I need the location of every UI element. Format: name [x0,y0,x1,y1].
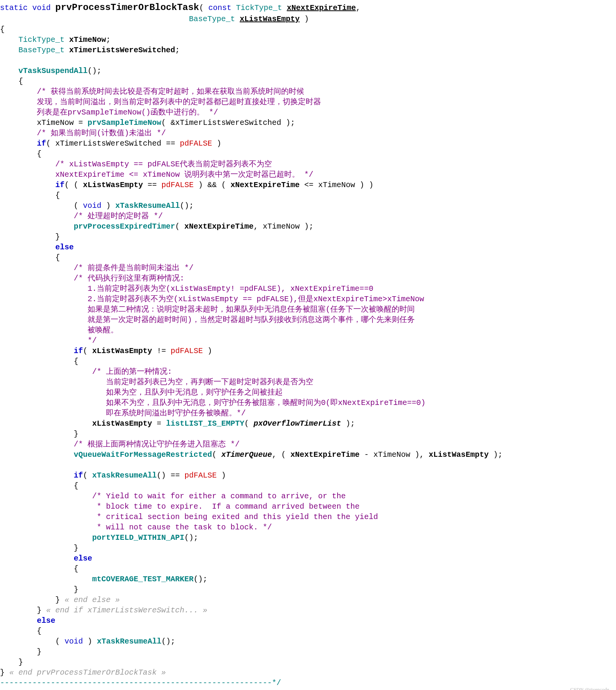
param-xNextExpireTime: xNextExpireTime [287,3,356,12]
kw-else: else [37,616,55,625]
comment: 如果为空，且队列中无消息，则守护任务之间被挂起 [92,388,283,397]
comment: * block time to expire. If a command arr… [92,502,359,511]
comment: * will not cause the task to block. */ [92,523,272,532]
comment: /* 如果当前时间(计数值)未溢出 */ [37,129,166,138]
comment: 如果是第二种情况：说明定时器未超时，如果队列中无消息任务被阻塞(任务下一次被唤醒… [74,305,415,314]
var-xTimerQueue: xTimerQueue [221,450,272,459]
call-prvSampleTimeNow: prvSampleTimeNow [88,118,161,127]
comment: /* Yield to wait for either a command to… [92,492,346,501]
comment: */ [74,336,97,345]
watermark: CSDN @rivencode [570,687,609,690]
fold-end-else: « end else » [65,595,120,604]
comment: 即在系统时间溢出时守护任务被唤醒。*/ [92,409,246,418]
comment: 就是第一次定时器的超时时间)，当然定时器超时与队列接收到消息这两个事件，哪个先来… [74,315,415,324]
comment: /* xListWasEmpty == pdFALSE代表当前定时器列表不为空 [55,160,272,169]
comment: 发现，当前时间溢出，则当前定时器列表中的定时器都已超时直接处理，切换定时器 [37,98,321,106]
const-pdFALSE: pdFALSE [180,139,212,148]
type-ticktype: TickType_t [236,3,282,12]
comment: 2.当前定时器列表不为空(xListWasEmpty == pdFALSE),但… [74,295,424,304]
kw-else: else [55,243,74,252]
comment: /* 前提条件是当前时间未溢出 */ [74,264,194,272]
kw-if: if [74,347,83,355]
comment: xNextExpireTime <= xTimeNow 说明列表中第一次定时器已… [55,170,313,179]
comment: 1.当前定时器列表为空(xListWasEmpty! =pdFALSE), xN… [74,284,373,293]
call-xTaskResumeAll: xTaskResumeAll [97,637,161,646]
comment: /* 处理超时的定时器 */ [74,212,163,221]
divider-dashes: ----------------------------------------… [0,678,281,687]
fold-end-fn: « end prvProcessTimerOrBlockTask » [9,668,166,677]
comment: /* 上面的第一种情况: [92,367,172,376]
comment: /* 代码执行到这里有两种情况: [74,274,184,283]
param-xListWasEmpty: xListWasEmpty [240,15,300,23]
kw-else: else [74,554,92,563]
fold-end-if: « end if xTimerListsWereSwitch... » [46,606,207,615]
comment: 列表是在prvSampleTimeNow()函数中进行的。 */ [37,108,218,117]
kw-void: void [32,3,51,12]
var-xTimerListsWereSwitched: xTimerListsWereSwitched [69,46,175,55]
call-vTaskSuspendAll: vTaskSuspendAll [18,66,88,75]
kw-if: if [55,181,65,189]
comment: /* 获得当前系统时间去比较是否有定时超时，如果在获取当前系统时间的时候 [37,87,304,96]
comment: /* 根据上面两种情况让守护任务进入阻塞态 */ [74,440,240,449]
call-portYIELD_WITHIN_API: portYIELD_WITHIN_API [92,533,184,542]
type-basetype: BaseType_t [189,15,235,23]
kw-if: if [74,471,83,480]
kw-if: if [37,139,46,148]
func-name: prvProcessTimerOrBlockTask [55,2,199,13]
call-xTaskResumeAll: xTaskResumeAll [115,201,180,210]
type-basetype: BaseType_t [18,46,65,55]
comment: 如果不为空，且队列中无消息，则守护任务被阻塞，唤醒时间为0(即xNextExpi… [92,398,426,407]
kw-static: static [0,3,28,12]
comment: 当前定时器列表已为空，再判断一下超时定时器列表是否为空 [92,378,313,386]
code-block: static void prvProcessTimerOrBlockTask( … [0,0,616,688]
type-ticktype: TickType_t [18,35,65,44]
call-vQueueWaitForMessageRestricted: vQueueWaitForMessageRestricted [74,450,212,459]
var-pxOverflowTimerList: pxOverflowTimerList [253,419,341,428]
comment: * critical section being exited and this… [92,513,378,521]
call-listLIST_IS_EMPTY: listLIST_IS_EMPTY [166,419,244,428]
call-xTaskResumeAll: xTaskResumeAll [92,471,157,480]
var-xTimeNow: xTimeNow [69,35,106,44]
call-prvProcessExpiredTimer: prvProcessExpiredTimer [74,222,175,231]
kw-const: const [209,3,232,12]
comment: 被唤醒。 [74,326,118,335]
call-mtCOVERAGE_TEST_MARKER: mtCOVERAGE_TEST_MARKER [92,575,194,584]
